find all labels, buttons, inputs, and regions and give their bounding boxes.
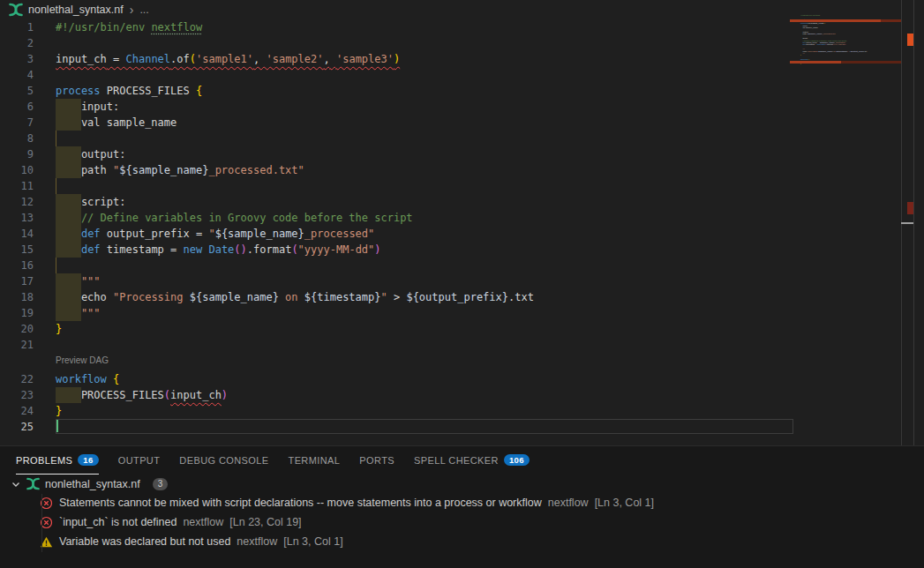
- ruler-error-marker-low[interactable]: [907, 202, 913, 214]
- code-line-23[interactable]: 23 PROCESS_FILES(input_ch): [0, 387, 794, 403]
- line-number: 24: [0, 403, 34, 419]
- line-number: 6: [0, 99, 34, 115]
- text-cursor: [56, 420, 58, 432]
- problem-source: nextflow: [548, 497, 589, 509]
- problems-file-group[interactable]: nonlethal_syntax.nf 3: [0, 475, 924, 493]
- problem-row-error[interactable]: Statements cannot be mixed with script d…: [0, 493, 924, 512]
- code-line-24[interactable]: 24}: [0, 403, 794, 419]
- panel-tabs: PROBLEMS16OUTPUTDEBUG CONSOLETERMINALPOR…: [0, 446, 924, 475]
- line-number: 9: [0, 146, 34, 162]
- tab-problems[interactable]: PROBLEMS16: [16, 446, 99, 475]
- nextflow-file-icon: [26, 477, 40, 490]
- problem-row-error[interactable]: `input_ch` is not definednextflow[Ln 23,…: [0, 512, 924, 532]
- breadcrumb-symbol-path[interactable]: ...: [139, 4, 148, 16]
- line-number: 15: [0, 242, 34, 258]
- code-line-25[interactable]: 25: [0, 419, 794, 435]
- problem-source: nextflow: [183, 516, 223, 528]
- problem-message: `input_ch` is not defined: [59, 516, 177, 528]
- line-number: 12: [0, 194, 34, 210]
- code-line-6[interactable]: 6 input:: [0, 99, 794, 115]
- tab-count-badge: 16: [78, 454, 98, 467]
- problem-row-warning[interactable]: Variable was declared but not usednextfl…: [0, 532, 924, 551]
- tab-debug-console[interactable]: DEBUG CONSOLE: [179, 446, 268, 475]
- code-line-21[interactable]: 21: [0, 337, 794, 353]
- line-number: 22: [0, 371, 34, 387]
- code-line-9[interactable]: 9 output:: [0, 146, 794, 162]
- code-line-10[interactable]: 10 path "${sample_name}_processed.txt": [0, 162, 794, 178]
- tab-output[interactable]: OUTPUT: [118, 446, 161, 475]
- code-line-8[interactable]: 8: [0, 131, 794, 146]
- code-line-5[interactable]: 5process PROCESS_FILES {: [0, 83, 794, 99]
- line-number: 19: [0, 305, 34, 321]
- editor-lines[interactable]: 1#!/usr/bin/env nextflow23input_ch = Cha…: [0, 19, 794, 435]
- tab-label: TERMINAL: [289, 455, 341, 466]
- line-number: 4: [0, 67, 34, 83]
- problem-message: Variable was declared but not used: [59, 535, 230, 548]
- code-line-11[interactable]: 11: [0, 178, 794, 194]
- problem-source: nextflow: [237, 535, 277, 548]
- line-number: 17: [0, 273, 34, 289]
- tree-indent-guide: [41, 494, 42, 552]
- code-line-15[interactable]: 15 def timestamp = new Date().format("yy…: [0, 242, 794, 258]
- problem-message: Statements cannot be mixed with script d…: [59, 497, 542, 509]
- line-number: 23: [0, 387, 34, 403]
- code-line-25: [800, 64, 901, 66]
- code-line-12[interactable]: 12 script:: [0, 194, 794, 210]
- minimap-content: #!/usr/bin/env nextflowinput_ch = Channe…: [790, 14, 901, 67]
- code-line-14[interactable]: 14 def output_prefix = "${sample_name}_p…: [0, 226, 794, 242]
- tab-label: SPELL CHECKER: [414, 455, 499, 466]
- code-line-13[interactable]: 13 // Define variables in Groovy code be…: [0, 210, 794, 226]
- code-editor[interactable]: nonlethal_syntax.nf › ... 1#!/usr/bin/en…: [0, 0, 924, 445]
- line-number: 11: [0, 178, 34, 194]
- line-number: 14: [0, 226, 34, 242]
- tab-spell-checker[interactable]: SPELL CHECKER106: [414, 446, 530, 475]
- tab-label: PROBLEMS: [16, 455, 72, 466]
- tab-terminal[interactable]: TERMINAL: [289, 446, 341, 475]
- line-number: 16: [0, 258, 34, 273]
- problem-location: [Ln 3, Col 1]: [595, 497, 654, 509]
- code-line-18[interactable]: 18 echo "Processing ${sample_name} on ${…: [0, 289, 794, 305]
- breadcrumb[interactable]: nonlethal_syntax.nf › ...: [0, 0, 924, 19]
- line-number: 25: [0, 419, 34, 435]
- chevron-down-icon[interactable]: [11, 479, 21, 490]
- line-number: 8: [0, 131, 34, 146]
- code-line-16[interactable]: 16: [0, 258, 794, 273]
- codelens-preview-dag[interactable]: Preview DAG: [56, 353, 794, 371]
- code-line-4[interactable]: 4: [0, 67, 794, 83]
- line-number: 3: [0, 51, 34, 67]
- minimap-error-line-3: [790, 19, 901, 22]
- line-number: 21: [0, 337, 34, 353]
- line-number: 5: [0, 83, 34, 99]
- minimap-error-line-23: [790, 61, 901, 64]
- code-line-1[interactable]: 1#!/usr/bin/env nextflow: [0, 19, 794, 35]
- breadcrumb-separator: ›: [130, 3, 134, 17]
- line-number: 18: [0, 289, 34, 305]
- tab-label: PORTS: [359, 455, 394, 466]
- problems-file-name: nonlethal_syntax.nf: [45, 478, 140, 490]
- ruler-cursor-marker: [901, 222, 913, 224]
- code-line-2[interactable]: 2: [0, 35, 794, 51]
- problems-view: nonlethal_syntax.nf 3 Statements cannot …: [0, 475, 924, 551]
- code-line-17[interactable]: 17 """: [0, 273, 794, 289]
- code-line-22[interactable]: 22workflow {: [0, 371, 794, 387]
- tab-count-badge: 106: [504, 454, 530, 467]
- line-number: 7: [0, 115, 34, 131]
- code-line-19[interactable]: 19 """: [0, 305, 794, 321]
- minimap[interactable]: #!/usr/bin/env nextflowinput_ch = Channe…: [790, 14, 901, 102]
- tab-ports[interactable]: PORTS: [359, 446, 394, 475]
- tab-label: OUTPUT: [118, 455, 161, 466]
- line-number: 10: [0, 162, 34, 178]
- code-line-3[interactable]: 3input_ch = Channel.of('sample1', 'sampl…: [0, 51, 794, 67]
- problem-location: [Ln 23, Col 19]: [229, 516, 301, 528]
- problems-file-count-badge: 3: [153, 478, 169, 490]
- line-number: 1: [0, 19, 34, 35]
- overview-ruler-border: [913, 0, 914, 445]
- breadcrumb-file[interactable]: nonlethal_syntax.nf: [28, 4, 124, 16]
- code-line-20[interactable]: 20}: [0, 321, 794, 337]
- ruler-error-marker-top[interactable]: [907, 34, 913, 46]
- problem-location: [Ln 3, Col 1]: [283, 535, 342, 548]
- code-line-7[interactable]: 7 val sample_name: [0, 115, 794, 131]
- nextflow-file-icon: [9, 3, 23, 17]
- bottom-panel: PROBLEMS16OUTPUTDEBUG CONSOLETERMINALPOR…: [0, 445, 924, 568]
- line-number: 2: [0, 35, 34, 51]
